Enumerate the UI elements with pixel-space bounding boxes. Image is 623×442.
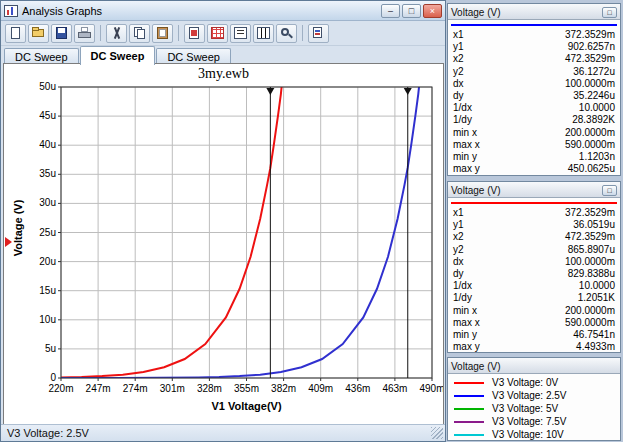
print-button[interactable]: [74, 24, 95, 43]
legend-item: V3 Voltage: 0V: [448, 376, 620, 389]
resize-grip[interactable]: [431, 427, 443, 439]
copy-button[interactable]: [129, 24, 150, 43]
readout-label: min y: [453, 329, 477, 341]
readout-label: dx: [453, 78, 464, 90]
readout-label: x2: [453, 53, 464, 65]
series-curve-2[interactable]: [61, 81, 420, 378]
readout-value: 200.0000m: [565, 127, 615, 139]
readout-label: min x: [453, 127, 477, 139]
open-button[interactable]: [28, 24, 49, 43]
panel-titlebar[interactable]: Voltage (V) □: [448, 4, 620, 20]
cursor-handle-1[interactable]: [266, 88, 274, 95]
analysis-graphs-window: Analysis Graphs – □ × DC SweepDC SweepDC…: [0, 0, 446, 442]
readout-label: min x: [453, 305, 477, 317]
readout-value: 10.0000: [579, 280, 615, 292]
close-button[interactable]: ×: [423, 4, 442, 18]
screen: Analysis Graphs – □ × DC SweepDC SweepDC…: [0, 0, 623, 442]
legend-item: V3 Voltage: 10V: [448, 428, 620, 441]
series-curve-1[interactable]: [61, 81, 282, 377]
cursor-readout-rows: x1372.3529my136.0519ux2472.3529my2865.89…: [448, 207, 620, 353]
restore-button[interactable]: □: [602, 185, 617, 196]
zoom-button[interactable]: [276, 24, 297, 43]
readout-value: 865.8907u: [568, 244, 615, 256]
status-text: V3 Voltage: 2.5V: [7, 427, 89, 439]
cursor-readout-row: min y46.7541n: [453, 329, 615, 341]
chart-area: 3my.ewb Voltage (V) 220m247m274m301m328m…: [3, 63, 444, 425]
legend-label: V3 Voltage: 0V: [492, 377, 558, 388]
cursor-readout-row: 1/dy28.3892K: [453, 114, 615, 126]
toolbar-separator: [100, 25, 101, 41]
readout-label: 1/dy: [453, 292, 472, 304]
legend-label: V3 Voltage: 5V: [492, 403, 558, 414]
readout-value: 1.1203n: [579, 151, 615, 163]
y-tick-label: 5u: [45, 343, 56, 354]
legend-label: V3 Voltage: 2.5V: [492, 390, 567, 401]
toolbar-separator: [178, 25, 179, 41]
print-icon: [77, 26, 92, 40]
cursor-readout-row: x1372.3529m: [453, 29, 615, 41]
readout-value: 829.8388u: [568, 268, 615, 280]
chart-plot[interactable]: 220m247m274m301m328m355m382m409m436m463m…: [4, 64, 443, 424]
readout-value: 372.3529m: [565, 207, 615, 219]
cursor-readout-row: 1/dx10.0000: [453, 280, 615, 292]
readout-value: 35.2246u: [573, 90, 615, 102]
paste-icon: [155, 26, 170, 40]
legend-panel: Voltage (V) V3 Voltage: 0VV3 Voltage: 2.…: [447, 357, 621, 441]
x-tick-label: 220m: [48, 383, 73, 394]
restore-button[interactable]: □: [602, 7, 617, 18]
paste-button[interactable]: [152, 24, 173, 43]
toolbar: [1, 21, 445, 46]
x-tick-label: 247m: [86, 383, 111, 394]
copy-graph-icon: [311, 26, 326, 40]
readout-label: 1/dy: [453, 114, 472, 126]
readout-label: 1/dx: [453, 102, 472, 114]
x-axis-label: V1 Voltage(V): [61, 400, 432, 412]
toolbar-separator: [302, 25, 303, 41]
maximize-button[interactable]: □: [402, 4, 421, 18]
trace-indicator-arrow: [5, 237, 12, 247]
x-tick-label: 409m: [308, 383, 333, 394]
save-icon: [54, 26, 69, 40]
panel-titlebar[interactable]: Voltage (V) □: [448, 182, 620, 198]
properties-button[interactable]: [184, 24, 205, 43]
readout-label: x1: [453, 29, 464, 41]
readout-label: max x: [453, 317, 480, 329]
x-tick-label: 355m: [234, 383, 259, 394]
legend-color-line: [454, 434, 484, 436]
panel-titlebar[interactable]: Voltage (V): [448, 358, 620, 374]
readout-label: y2: [453, 66, 464, 78]
save-button[interactable]: [51, 24, 72, 43]
cursors-button[interactable]: [253, 24, 274, 43]
readout-label: max x: [453, 139, 480, 151]
cut-button[interactable]: [106, 24, 127, 43]
chart-title: 3my.ewb: [4, 66, 443, 82]
readout-value: 472.3529m: [565, 231, 615, 243]
legend-item: V3 Voltage: 2.5V: [448, 389, 620, 402]
tab-dc-sweep-2[interactable]: DC Sweep: [80, 46, 156, 65]
panel-title-text: Voltage (V): [451, 185, 602, 196]
window-title: Analysis Graphs: [22, 5, 379, 17]
x-tick-label: 463m: [382, 383, 407, 394]
cursor-readout-row: y2865.8907u: [453, 244, 615, 256]
y-tick-label: 25u: [39, 227, 56, 238]
legend-item: V3 Voltage: 5V: [448, 402, 620, 415]
grid-button[interactable]: [207, 24, 228, 43]
legend-color-line: [454, 421, 484, 423]
copy-graph-button[interactable]: [308, 24, 329, 43]
y-tick-label: 45u: [39, 110, 56, 121]
readout-value: 100.0000m: [565, 256, 615, 268]
readout-value: 450.0625u: [568, 163, 615, 175]
cursor-readout-row: dy35.2246u: [453, 90, 615, 102]
legend-color-line: [454, 395, 484, 397]
cursor-readout-row: dy829.8388u: [453, 268, 615, 280]
cursor-readout-rows: x1372.3529my1902.6257nx2472.3529my236.12…: [448, 29, 620, 175]
titlebar[interactable]: Analysis Graphs – □ ×: [1, 1, 445, 21]
readout-value: 1.2051K: [578, 292, 615, 304]
legend-button[interactable]: [230, 24, 251, 43]
readout-value: 902.6257n: [568, 41, 615, 53]
cursor-handle-2[interactable]: [404, 88, 412, 95]
legend-item: V3 Voltage: 7.5V: [448, 415, 620, 428]
readout-value: 590.0000m: [565, 139, 615, 151]
new-button[interactable]: [5, 24, 26, 43]
minimize-button[interactable]: –: [381, 4, 400, 18]
